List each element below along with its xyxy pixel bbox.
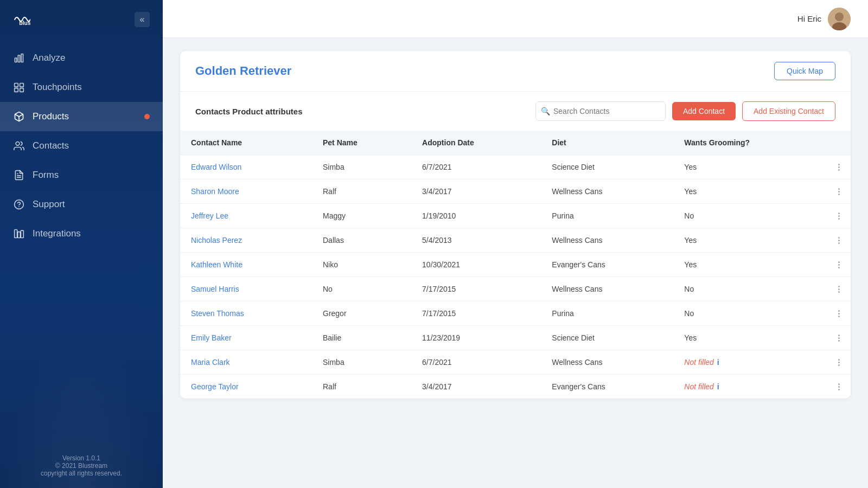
cell-diet: Wellness Cans xyxy=(541,277,673,301)
row-menu-button[interactable] xyxy=(838,213,840,220)
card-header: Golden Retriever Quick Map xyxy=(180,51,851,92)
sidebar-item-touchpoints[interactable]: Touchpoints xyxy=(0,73,163,102)
cell-diet: Evanger's Cans xyxy=(541,375,673,399)
info-icon[interactable]: i xyxy=(717,358,719,367)
table-body: Edward WilsonSimba6/7/2021Science DietYe… xyxy=(180,155,851,399)
contacts-table: Contact Name Pet Name Adoption Date Diet… xyxy=(180,131,851,399)
cell-contact-name: Kathleen White xyxy=(180,253,312,277)
cell-diet: Wellness Cans xyxy=(541,179,673,204)
cell-wants-grooming: Yes xyxy=(673,326,827,350)
row-menu-button[interactable] xyxy=(838,261,840,268)
col-wants-grooming: Wants Grooming? xyxy=(673,131,827,155)
sidebar-item-contacts[interactable]: Contacts xyxy=(0,131,163,160)
sidebar-item-integrations[interactable]: Integrations xyxy=(0,219,163,248)
row-menu-button[interactable] xyxy=(838,164,840,171)
contact-name-link[interactable]: Samuel Harris xyxy=(191,285,239,293)
cell-pet-name: Bailie xyxy=(312,326,411,350)
cell-actions xyxy=(827,155,851,179)
cell-pet-name: Maggy xyxy=(312,204,411,228)
chart-icon xyxy=(13,52,25,64)
version-label: Version 1.0.1 xyxy=(13,454,150,462)
quick-map-button[interactable]: Quick Map xyxy=(774,62,835,80)
support-icon xyxy=(13,198,25,210)
contact-name-link[interactable]: Steven Thomas xyxy=(191,309,244,318)
row-menu-button[interactable] xyxy=(838,383,840,390)
svg-rect-14 xyxy=(15,230,17,238)
cell-contact-name: George Taylor xyxy=(180,375,312,399)
table-row: George TaylorRalf3/4/2017Evanger's CansN… xyxy=(180,375,851,399)
sidebar: blustream. « Analyze Touchpoints xyxy=(0,0,163,488)
copyright-label: © 2021 Blustream xyxy=(13,462,150,470)
cell-actions xyxy=(827,179,851,204)
col-contact-name: Contact Name xyxy=(180,131,312,155)
svg-rect-7 xyxy=(20,88,24,92)
avatar-image xyxy=(828,8,851,30)
page-title: Golden Retriever xyxy=(195,64,291,78)
cell-pet-name: Ralf xyxy=(312,179,411,204)
cell-wants-grooming: Not filledi xyxy=(673,375,827,399)
row-menu-button[interactable] xyxy=(838,188,840,195)
cell-diet: Wellness Cans xyxy=(541,228,673,253)
row-menu-button[interactable] xyxy=(838,335,840,342)
cell-adoption-date: 3/4/2017 xyxy=(411,375,541,399)
cell-wants-grooming: No xyxy=(673,204,827,228)
cell-actions xyxy=(827,301,851,326)
row-menu-button[interactable] xyxy=(838,237,840,244)
sidebar-logo-area: blustream. « xyxy=(0,0,163,39)
row-menu-button[interactable] xyxy=(838,359,840,366)
table-row: Sharon MooreRalf3/4/2017Wellness CansYes xyxy=(180,179,851,204)
col-actions xyxy=(827,131,851,155)
row-menu-button[interactable] xyxy=(838,286,840,293)
search-wrap: 🔍 xyxy=(535,101,666,121)
cell-actions xyxy=(827,375,851,399)
sidebar-item-analyze[interactable]: Analyze xyxy=(0,43,163,73)
cell-actions xyxy=(827,204,851,228)
table-row: Steven ThomasGregor7/17/2015PurinaNo xyxy=(180,301,851,326)
svg-rect-5 xyxy=(20,84,24,87)
contact-name-link[interactable]: Edward Wilson xyxy=(191,163,241,171)
main-card: Golden Retriever Quick Map Contacts Prod… xyxy=(180,51,851,399)
row-menu-button[interactable] xyxy=(838,310,840,317)
table-row: Kathleen WhiteNiko10/30/2021Evanger's Ca… xyxy=(180,253,851,277)
rights-label: copyright all rights reserved. xyxy=(13,470,150,477)
search-input[interactable] xyxy=(535,101,666,121)
products-icon xyxy=(13,111,25,123)
svg-text:blustream.: blustream. xyxy=(19,20,30,26)
cell-adoption-date: 7/17/2015 xyxy=(411,301,541,326)
contact-name-link[interactable]: Jeffrey Lee xyxy=(191,211,228,220)
contact-name-link[interactable]: Sharon Moore xyxy=(191,187,239,196)
info-icon[interactable]: i xyxy=(717,382,719,391)
table-row: Jeffrey LeeMaggy1/19/2010PurinaNo xyxy=(180,204,851,228)
sidebar-item-support[interactable]: Support xyxy=(0,190,163,219)
toolbar-right: 🔍 Add Contact Add Existing Contact xyxy=(535,101,835,121)
contact-name-link[interactable]: Kathleen White xyxy=(191,260,242,269)
cell-diet: Wellness Cans xyxy=(541,350,673,375)
table-row: Nicholas PerezDallas5/4/2013Wellness Can… xyxy=(180,228,851,253)
cell-adoption-date: 10/30/2021 xyxy=(411,253,541,277)
products-badge xyxy=(144,114,150,119)
svg-rect-3 xyxy=(21,54,23,62)
add-existing-contact-button[interactable]: Add Existing Contact xyxy=(742,101,835,121)
sidebar-footer: Version 1.0.1 © 2021 Blustream copyright… xyxy=(0,444,163,488)
cell-contact-name: Emily Baker xyxy=(180,326,312,350)
contact-name-link[interactable]: Nicholas Perez xyxy=(191,236,242,245)
contact-name-link[interactable]: Emily Baker xyxy=(191,333,232,342)
cell-actions xyxy=(827,326,851,350)
page-content: Golden Retriever Quick Map Contacts Prod… xyxy=(163,38,868,488)
cell-pet-name: No xyxy=(312,277,411,301)
cell-pet-name: Niko xyxy=(312,253,411,277)
contact-name-link[interactable]: George Taylor xyxy=(191,382,239,391)
collapse-button[interactable]: « xyxy=(135,12,150,27)
svg-rect-2 xyxy=(18,55,20,62)
cell-pet-name: Simba xyxy=(312,155,411,179)
sidebar-item-products[interactable]: Products xyxy=(0,102,163,131)
cell-contact-name: Steven Thomas xyxy=(180,301,312,326)
header-row: Contact Name Pet Name Adoption Date Diet… xyxy=(180,131,851,155)
add-contact-button[interactable]: Add Contact xyxy=(672,102,736,120)
not-filled-label: Not filled xyxy=(684,358,713,367)
sidebar-item-forms[interactable]: Forms xyxy=(0,160,163,190)
contact-name-link[interactable]: Maria Clark xyxy=(191,358,230,367)
cell-wants-grooming: Not filledi xyxy=(673,350,827,375)
greeting-text: Hi Eric xyxy=(797,14,821,23)
cell-pet-name: Gregor xyxy=(312,301,411,326)
